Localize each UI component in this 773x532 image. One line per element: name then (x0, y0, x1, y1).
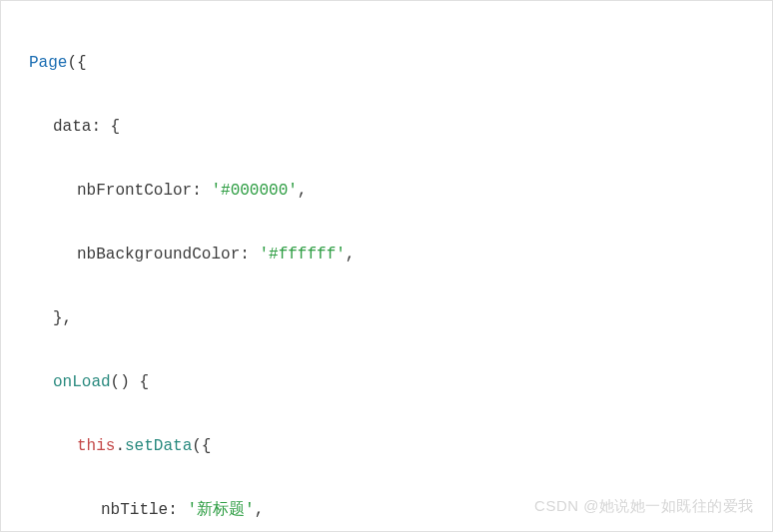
code-block: Page({ data: { nbFrontColor: '#000000', … (1, 1, 772, 532)
token-string: '#000000' (211, 182, 297, 200)
code-line: data: { (29, 111, 762, 143)
token-key: nbBackgroundColor (77, 246, 240, 264)
token-function: Page (29, 54, 67, 72)
token-method: setData (125, 437, 192, 455)
token-string: '#ffffff' (259, 246, 345, 264)
code-line: nbFrontColor: '#000000', (29, 175, 762, 207)
token-this: this (77, 437, 115, 455)
code-line: nbBackgroundColor: '#ffffff', (29, 239, 762, 270)
watermark-text: CSDN @她说她一如既往的爱我 (534, 491, 754, 521)
token-key: nbTitle (101, 501, 168, 519)
token-key: nbFrontColor (77, 182, 192, 200)
code-line: }, (29, 302, 762, 334)
token-key: data (53, 118, 91, 136)
token-string: '新标题' (187, 501, 254, 519)
code-line: this.setData({ (29, 430, 762, 462)
token-method: onLoad (53, 373, 111, 391)
code-line: onLoad() { (29, 366, 762, 398)
